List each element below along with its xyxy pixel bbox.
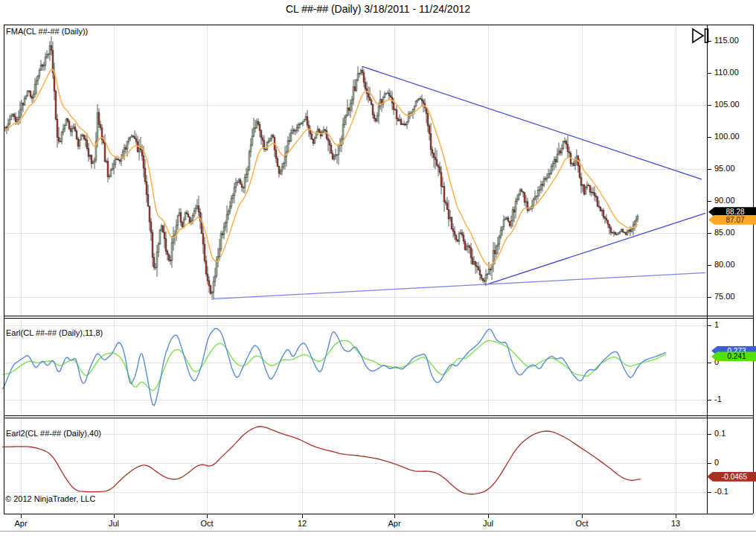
skip-to-end-icon[interactable] bbox=[690, 26, 711, 47]
earl2-axis-tick-label: 0.1 bbox=[714, 429, 725, 438]
fma-value-marker: 87.07 bbox=[708, 215, 756, 225]
time-axis-tick-label: Oct bbox=[575, 519, 588, 528]
earl2-axis-tick-label: 0 bbox=[714, 458, 719, 467]
earl2-value-marker: -0.0465 bbox=[707, 472, 756, 482]
earl-panel-surface[interactable] bbox=[4, 318, 707, 415]
time-axis-tick-label: Jul bbox=[109, 519, 119, 528]
price-axis-tick-label: 110.00 bbox=[714, 68, 739, 77]
time-axis-tick-label: Apr bbox=[14, 519, 27, 528]
earl2-panel-surface[interactable] bbox=[4, 418, 707, 514]
time-axis-tick-label: Apr bbox=[388, 519, 400, 528]
price-axis-tick-label: 105.00 bbox=[714, 100, 740, 109]
time-axis-tick-label: Jul bbox=[483, 519, 493, 528]
earl-green-marker: 0.241 bbox=[711, 351, 756, 361]
time-axis-tick-label: 12 bbox=[298, 519, 307, 528]
ninjatrader-chart-window: { "title": "CL ##-## (Daily) 3/18/2011 -… bbox=[0, 0, 756, 536]
price-axis-tick-label: 75.00 bbox=[714, 292, 735, 301]
price-axis-tick-label: 115.00 bbox=[714, 36, 739, 45]
earl2-axis-tick-label: -0.1 bbox=[714, 487, 728, 496]
earl-axis-tick-label: 1 bbox=[714, 320, 719, 329]
price-axis-tick-label: 85.00 bbox=[714, 228, 735, 237]
price-axis-tick-label: 80.00 bbox=[714, 260, 735, 269]
price-panel-surface[interactable] bbox=[4, 25, 707, 316]
earl-axis-tick-label: -1 bbox=[714, 395, 722, 403]
time-axis-tick-label: 13 bbox=[671, 519, 680, 528]
price-axis-tick-label: 90.00 bbox=[714, 196, 735, 205]
price-axis[interactable] bbox=[707, 25, 754, 514]
price-axis-tick-label: 100.00 bbox=[714, 132, 740, 141]
time-axis-tick-label: Oct bbox=[200, 519, 213, 528]
price-axis-tick-label: 95.00 bbox=[714, 164, 735, 173]
